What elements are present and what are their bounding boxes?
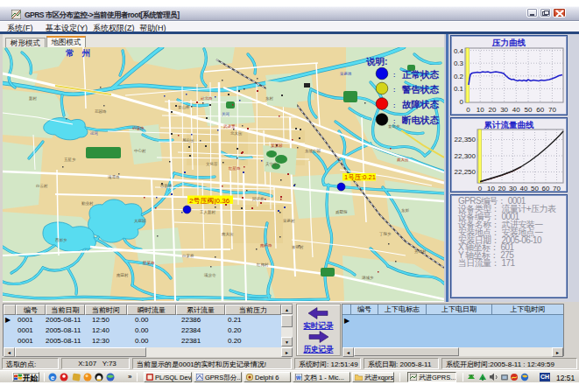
svg-text::: : — [393, 72, 395, 78]
svg-text:星某路: 星某路 — [142, 261, 155, 265]
svg-text:采菱港: 采菱港 — [340, 72, 352, 76]
svg-text:2号压阀|0.36: 2号压阀|0.36 — [189, 197, 230, 205]
svg-text:工人新村: 工人新村 — [200, 209, 216, 215]
svg-text:0.1: 0.1 — [454, 85, 464, 93]
svg-text:青龙乡: 青龙乡 — [388, 124, 400, 129]
svg-text:压力曲线: 压力曲线 — [491, 38, 526, 47]
svg-text:22,300: 22,300 — [455, 152, 477, 160]
svg-text:运河: 运河 — [90, 131, 99, 136]
svg-text:南环路: 南环路 — [260, 242, 272, 248]
svg-text:中心村: 中心村 — [134, 148, 146, 154]
svg-text:W: W — [296, 375, 301, 381]
svg-text:50: 50 — [531, 185, 539, 192]
svg-text:清凉寺: 清凉寺 — [203, 273, 216, 277]
svg-text:关河: 关河 — [222, 112, 230, 116]
svg-text:70: 70 — [553, 185, 561, 192]
svg-text:青山桥: 青山桥 — [178, 105, 190, 109]
svg-text:文化宫: 文化宫 — [206, 161, 218, 166]
svg-text:西郊乡: 西郊乡 — [55, 237, 67, 242]
svg-text:天宁寺: 天宁寺 — [265, 162, 278, 166]
svg-text:站北路: 站北路 — [201, 96, 213, 101]
svg-text:某某园: 某某园 — [271, 144, 283, 148]
svg-text:22,250: 22,250 — [455, 168, 477, 176]
svg-text::: : — [393, 102, 395, 108]
svg-text:0.3: 0.3 — [454, 60, 464, 67]
svg-text:0: 0 — [460, 98, 464, 106]
svg-text:花园路: 花园路 — [95, 109, 107, 114]
svg-text:60: 60 — [542, 185, 550, 192]
svg-text:东郊: 东郊 — [401, 208, 410, 213]
svg-text:警告状态: 警告状态 — [401, 84, 440, 94]
svg-text:20: 20 — [498, 185, 506, 192]
svg-text:五星乡: 五星乡 — [64, 157, 76, 162]
svg-text:1号压:0.21: 1号压:0.21 — [344, 173, 376, 181]
svg-text:50: 50 — [525, 106, 533, 114]
svg-text:70: 70 — [548, 106, 556, 114]
svg-text::: : — [393, 118, 395, 124]
svg-text:20: 20 — [488, 106, 496, 114]
svg-text:0.4: 0.4 — [454, 47, 464, 55]
svg-text:常州: 常州 — [66, 48, 98, 58]
svg-text:10: 10 — [487, 185, 495, 192]
svg-text:40: 40 — [512, 106, 520, 114]
svg-text:西新桥: 西新桥 — [160, 183, 173, 188]
svg-text:潞城乡: 潞城乡 — [362, 276, 374, 280]
svg-text:东坡公园: 东坡公园 — [305, 149, 321, 153]
svg-text:故障状态: 故障状态 — [402, 99, 440, 109]
svg-text:白家桥: 白家桥 — [182, 254, 194, 258]
svg-text:正常状态: 正常状态 — [402, 69, 440, 80]
svg-text:说明:: 说明: — [366, 56, 388, 66]
svg-text:累计流量曲线: 累计流量曲线 — [484, 120, 535, 130]
svg-text:e: e — [51, 374, 55, 382]
svg-text:40: 40 — [520, 185, 528, 192]
svg-text:0.2: 0.2 — [454, 73, 464, 80]
svg-text:丁堰乡: 丁堰乡 — [379, 231, 392, 236]
svg-text:22,350: 22,350 — [455, 136, 477, 144]
svg-text::: : — [393, 87, 395, 93]
svg-text:武进里: 武进里 — [223, 124, 236, 129]
svg-text:红星路: 红星路 — [228, 166, 241, 171]
svg-text:断电状态: 断电状态 — [402, 115, 440, 125]
svg-text:戚墅堰: 戚墅堰 — [335, 209, 348, 214]
svg-text:30: 30 — [500, 106, 508, 114]
svg-text:30: 30 — [509, 185, 517, 192]
svg-text:60: 60 — [536, 106, 544, 114]
svg-text:0: 0 — [466, 106, 470, 114]
svg-text:同济桥: 同济桥 — [252, 197, 265, 201]
svg-text:10: 10 — [477, 106, 484, 114]
svg-text:0: 0 — [478, 185, 483, 192]
svg-text:清潭路: 清潭路 — [107, 174, 120, 179]
svg-text:大观园: 大观园 — [134, 219, 146, 223]
